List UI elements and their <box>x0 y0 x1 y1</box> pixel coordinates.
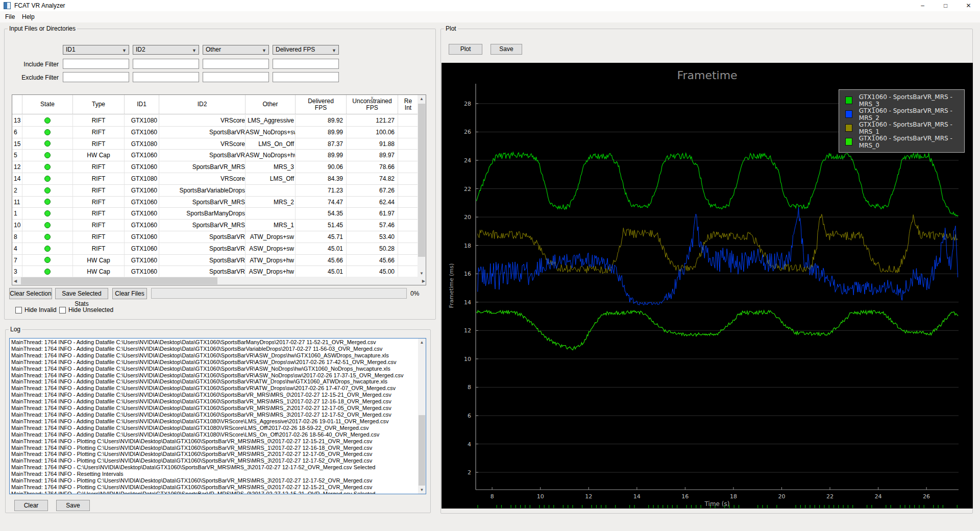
id1-dropdown[interactable]: ID1▼ <box>63 45 129 55</box>
svg-text:20: 20 <box>464 214 471 221</box>
svg-text:18: 18 <box>730 493 737 500</box>
table-row[interactable]: 6RIFTGTX1060SportsBarVRASW_NoDrops+sw89.… <box>12 127 419 138</box>
state-ok-icon <box>44 257 51 263</box>
log-line: MainThread: 1764 INFO - Plotting C:\User… <box>11 438 414 445</box>
table-cell: LMS_On_Off <box>246 138 296 150</box>
table-row[interactable]: 10RIFTGTX1060SportsBarVR_MRSMRS_151.4557… <box>12 220 419 231</box>
scroll-up-icon[interactable]: ▲ <box>418 340 426 345</box>
other-dropdown[interactable]: Other▼ <box>203 45 269 55</box>
menu-help[interactable]: Help <box>19 13 37 21</box>
state-cell <box>22 220 73 231</box>
plot-button[interactable]: Plot <box>449 44 482 55</box>
table-cell: RIFT <box>73 185 125 196</box>
state-cell <box>22 243 73 254</box>
plot-save-button[interactable]: Save <box>491 44 522 55</box>
log-line: MainThread: 1764 INFO - Adding Datafile … <box>11 385 414 392</box>
table-header-cell[interactable]: Re Int <box>398 95 419 114</box>
log-vscroll-thumb[interactable] <box>419 415 425 486</box>
id2-dropdown[interactable]: ID2▼ <box>133 45 199 55</box>
table-cell: 45.00 <box>347 266 398 277</box>
svg-text:6: 6 <box>468 413 471 419</box>
table-row[interactable]: 11RIFTGTX1060SportsBarVR_MRSMRS_274.4762… <box>12 197 419 208</box>
table-row[interactable]: 5HW CapGTX1060SportsBarVRASW_NoDrops+hw8… <box>12 150 419 161</box>
table-cell: RIFT <box>73 138 125 150</box>
table-row[interactable]: 7HW CapGTX1060SportsBarVRATW_Drops+hw45.… <box>12 255 419 267</box>
svg-text:26: 26 <box>923 493 930 500</box>
table-cell: 45.01 <box>296 266 347 277</box>
menu-file[interactable]: File <box>3 13 17 21</box>
table-horizontal-scrollbar[interactable]: ◀ ▶ <box>12 277 426 285</box>
legend-label: GTX1060 - SportsBarVR_MRS - MRS_3 <box>859 93 964 108</box>
table-cell <box>398 161 419 173</box>
svg-text:10: 10 <box>537 493 544 500</box>
table-header-cell[interactable]: Type <box>73 95 125 114</box>
scroll-down-icon[interactable]: ▼ <box>418 488 426 492</box>
state-cell <box>22 231 73 243</box>
table-cell: 62.44 <box>347 197 398 208</box>
scroll-right-icon[interactable]: ▶ <box>422 279 425 283</box>
table-header-cell[interactable] <box>12 95 22 114</box>
table-header-cell[interactable]: ID2 <box>159 95 246 114</box>
table-row[interactable]: 14RIFTGTX1080VRScoreLMS_Off84.3974.82 <box>12 173 419 185</box>
table-cell: 89.99 <box>296 150 347 161</box>
log-clear-button[interactable]: Clear <box>14 500 48 511</box>
table-row[interactable]: 2RIFTGTX1060SportsBarVariableDrops71.236… <box>12 185 419 197</box>
table-header-cell[interactable]: ID1 <box>125 95 159 114</box>
title-bar: FCAT VR Analyzer – □ ✕ <box>0 0 980 11</box>
table-row[interactable]: 12RIFTGTX1060SportsBarVR_MRSMRS_390.0678… <box>12 161 419 173</box>
row-number-cell: 4 <box>12 243 22 254</box>
log-line: MainThread: 1764 INFO - Adding Datafile … <box>11 425 414 431</box>
exclude-filter-input-1[interactable] <box>63 72 129 82</box>
table-header-cell[interactable]: Other <box>246 95 296 114</box>
files-table[interactable]: StateTypeID1ID2OtherDelivered FPSUnconst… <box>12 94 426 285</box>
table-cell: RIFT <box>73 243 125 254</box>
log-save-button[interactable]: Save <box>56 500 90 511</box>
svg-text:14: 14 <box>633 493 641 500</box>
log-vertical-scrollbar[interactable]: ▲ ▼ <box>418 339 426 494</box>
delivered-fps-dropdown[interactable]: Delivered FPS▼ <box>273 45 339 55</box>
table-row[interactable]: 13RIFTGTX1080VRScoreLMS_Aggressive89.921… <box>12 115 419 127</box>
log-line: MainThread: 1764 INFO - Plotting C:\User… <box>11 484 414 491</box>
table-row[interactable]: 8RIFTGTX1060SportsBarVRATW_Drops+sw45.71… <box>12 231 419 243</box>
scroll-left-icon[interactable]: ◀ <box>14 279 17 283</box>
include-filter-input-1[interactable] <box>63 59 129 69</box>
exclude-filter-input-2[interactable] <box>133 72 199 82</box>
maximize-button[interactable]: □ <box>934 0 957 11</box>
table-row[interactable]: 15RIFTGTX1080VRScoreLMS_On_Off87.3791.88 <box>12 138 419 150</box>
checkbox-icon[interactable] <box>15 307 22 313</box>
table-vertical-scrollbar[interactable]: ▲ ▼ <box>418 95 426 277</box>
clear-selection-button[interactable]: Clear Selection <box>9 288 52 299</box>
table-row[interactable]: 4RIFTGTX1060SportsBarVRASW_Drops+sw45.01… <box>12 243 419 255</box>
table-vscroll-thumb[interactable] <box>418 104 425 257</box>
scroll-down-icon[interactable]: ▼ <box>418 271 426 276</box>
save-selected-stats-button[interactable]: Save Selected Stats <box>55 288 108 299</box>
table-cell: 67.26 <box>347 185 398 196</box>
checkbox-icon[interactable] <box>59 307 66 313</box>
include-filter-input-4[interactable] <box>273 59 339 69</box>
close-button[interactable]: ✕ <box>957 0 980 11</box>
exclude-filter-input-3[interactable] <box>203 72 269 82</box>
state-ok-icon <box>44 176 51 182</box>
table-header-cell[interactable]: Delivered FPS <box>296 95 347 114</box>
table-hscroll-thumb[interactable] <box>21 277 217 284</box>
table-row[interactable]: 3HW CapGTX1060SportsBarVRASW_Drops+hw45.… <box>12 266 419 278</box>
table-header-cell[interactable]: Unconstrained FPS∨ <box>347 95 398 114</box>
table-header-cell[interactable]: State <box>22 95 73 114</box>
chart-canvas[interactable]: Frametime Frametime (ms) 810121416182022… <box>442 63 973 509</box>
hide-invalid-checkbox[interactable]: Hide Invalid <box>15 306 57 313</box>
clear-files-button[interactable]: Clear Files <box>112 288 147 299</box>
table-cell <box>398 197 419 208</box>
exclude-filter-input-4[interactable] <box>273 72 339 82</box>
id1-dropdown-value: ID1 <box>66 46 76 53</box>
scroll-up-icon[interactable]: ▲ <box>418 96 426 101</box>
x-axis-label: Time (s) <box>442 500 980 508</box>
minimize-button[interactable]: – <box>911 0 934 11</box>
include-filter-input-3[interactable] <box>203 59 269 69</box>
plot-group-label: Plot <box>444 25 458 32</box>
log-output[interactable]: MainThread: 1764 INFO - Adding Datafile … <box>9 338 426 494</box>
include-filter-input-2[interactable] <box>133 59 199 69</box>
hide-unselected-checkbox[interactable]: Hide Unselected <box>59 306 113 313</box>
state-ok-icon <box>44 199 51 205</box>
table-row[interactable]: 1RIFTGTX1060SportsBarManyDrops54.3561.97 <box>12 208 419 220</box>
row-number-cell: 3 <box>12 266 22 277</box>
